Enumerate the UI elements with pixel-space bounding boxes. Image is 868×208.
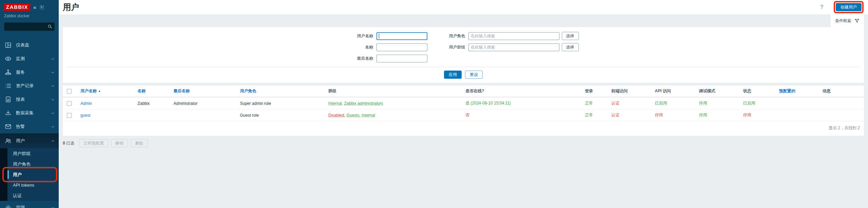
sidebar-group-users: 用户 用户群组用户角色用户API tokens认证: [0, 133, 59, 201]
row-checkbox[interactable]: [67, 113, 72, 118]
filter-column-right: 用户角色选择用户群组选择: [440, 32, 579, 62]
sidebar-item-users[interactable]: 用户: [0, 133, 59, 148]
apply-button[interactable]: 应用: [444, 71, 462, 79]
cell-link[interactable]: Zabbix administrators: [344, 101, 383, 106]
chevron-down-icon: [51, 98, 55, 101]
cell-link[interactable]: Internal: [328, 101, 342, 106]
column-header: 前端访问: [608, 86, 651, 97]
filter-row: 用户名称: [348, 32, 427, 40]
users-table: 用户名称▲名称最后名称用户角色群组是否在线?登录前端访问API 访问调试模式状态…: [63, 86, 864, 121]
sortable-column-header[interactable]: 最后名称: [170, 86, 237, 97]
cell-text: ,: [342, 101, 344, 106]
users-icon: [5, 137, 12, 144]
bulk-action-button[interactable]: 立即预配置: [79, 139, 108, 147]
cell-text: 停用: [743, 113, 751, 117]
filter-row: 最后名称: [348, 54, 427, 62]
bulk-action-button[interactable]: 删除: [131, 139, 148, 147]
sidebar-item[interactable]: 仪表盘: [0, 38, 59, 52]
reset-button[interactable]: 重设: [465, 71, 483, 79]
table-cell: 停用: [740, 109, 776, 121]
table-cell: Super admin role: [237, 97, 325, 109]
data-collection-icon: [5, 110, 12, 116]
filter-form: 用户名称名称最后名称 用户角色选择用户群组选择: [63, 32, 864, 62]
table-row: AdminZabbixAdministratorSuper admin role…: [63, 97, 864, 109]
column-header: 信息: [819, 86, 864, 97]
sidebar-subitem[interactable]: 认证: [0, 190, 59, 201]
cell-text: Zabbix: [137, 101, 150, 106]
cell-link[interactable]: guest: [80, 113, 90, 118]
column-header: 是否在线?: [462, 86, 581, 97]
tab-filter[interactable]: 条件检索: [831, 14, 864, 27]
cell-link[interactable]: Guests: [346, 113, 359, 118]
sidebar-subitem[interactable]: 用户角色: [0, 159, 59, 169]
text-caret: [379, 34, 379, 39]
cell-text: 已启用: [655, 101, 667, 106]
cell-link[interactable]: Internal: [362, 113, 375, 118]
sidebar-item[interactable]: 资产记录: [0, 79, 59, 93]
sidebar-item[interactable]: 报表: [0, 93, 59, 106]
filter-field-label: 最后名称: [348, 56, 373, 61]
sidebar-item-label: 管理: [16, 205, 25, 208]
table-cell: 停用: [696, 109, 740, 121]
cell-text: Guest role: [240, 113, 259, 118]
sortable-column-header[interactable]: 用户名称▲: [77, 86, 134, 97]
sidebar-item[interactable]: 告警: [0, 120, 59, 133]
sidebar-subitem[interactable]: 用户群组: [0, 148, 59, 159]
cell-text: 认证: [611, 101, 620, 106]
cell-link[interactable]: Disabled: [328, 113, 344, 118]
filter-tab-row: 条件检索: [63, 14, 864, 27]
sortable-column-header[interactable]: 名称: [134, 86, 170, 97]
row-checkbox[interactable]: [67, 101, 72, 106]
table-cell: Disabled, Guests, Internal: [325, 109, 462, 121]
select-button[interactable]: 选择: [562, 32, 579, 40]
cell-text: 否: [465, 113, 469, 117]
selected-count-label: 0 已选: [63, 140, 74, 146]
create-user-button[interactable]: 创建用户: [836, 3, 862, 11]
sidebar-item[interactable]: 数据采集: [0, 106, 59, 120]
logo-row: ZABBIX «: [0, 0, 59, 12]
sidebar-item-label: 仪表盘: [16, 42, 29, 48]
input-wrap: [376, 32, 427, 40]
chevron-down-icon: [51, 57, 55, 61]
filter-text-input[interactable]: [376, 43, 427, 51]
filter-text-input[interactable]: [376, 55, 427, 62]
table-row-count: 显示 2，共找到 2: [63, 121, 864, 136]
sortable-column-header[interactable]: 用户角色: [237, 86, 325, 97]
filter-field-label: 名称: [348, 44, 373, 50]
dashboard-icon: [5, 42, 12, 49]
filter-search-input[interactable]: [468, 32, 559, 40]
selection-buttons: 立即预配置解锁删除: [79, 139, 150, 147]
filter-field-label: 用户角色: [440, 33, 465, 39]
input-wrap: [376, 55, 427, 62]
table-cell: [819, 109, 864, 121]
table-cell: 停用: [651, 109, 696, 121]
sidebar-item[interactable]: 服务: [0, 65, 59, 79]
table-cell: [170, 109, 237, 121]
sortable-column-header[interactable]: 预配置的: [776, 86, 819, 97]
sidebar-expand-icon[interactable]: [39, 5, 44, 10]
chevron-down-icon: [51, 84, 55, 88]
filter-column-left: 用户名称名称最后名称: [348, 32, 427, 62]
sidebar-subitem-label: API tokens: [13, 183, 34, 188]
chevron-down-icon: [51, 125, 55, 129]
cell-link[interactable]: Admin: [80, 101, 92, 106]
filter-search-input[interactable]: [468, 43, 559, 51]
sidebar-item[interactable]: 管理: [0, 201, 59, 208]
table-cell: 停用: [696, 97, 740, 109]
column-header: 状态: [740, 86, 776, 97]
filter-text-input[interactable]: [376, 32, 427, 40]
bulk-action-button[interactable]: 解锁: [111, 139, 128, 147]
zabbix-logo[interactable]: ZABBIX: [4, 3, 30, 11]
help-icon[interactable]: ?: [820, 4, 824, 11]
sidebar-item[interactable]: 监测: [0, 52, 59, 65]
sidebar-subitem[interactable]: 用户: [0, 169, 59, 180]
sidebar-subitem[interactable]: API tokens: [0, 180, 59, 190]
sidebar-collapse-icon[interactable]: «: [33, 4, 36, 10]
cell-text: 认证: [611, 113, 620, 117]
select-button[interactable]: 选择: [562, 43, 579, 51]
cell-text: 正常: [585, 113, 593, 117]
table-cell: guest: [77, 109, 134, 121]
table-cell: Zabbix: [134, 97, 170, 109]
select-all-checkbox[interactable]: [67, 89, 72, 94]
selected-indicator-bar: [7, 170, 9, 179]
